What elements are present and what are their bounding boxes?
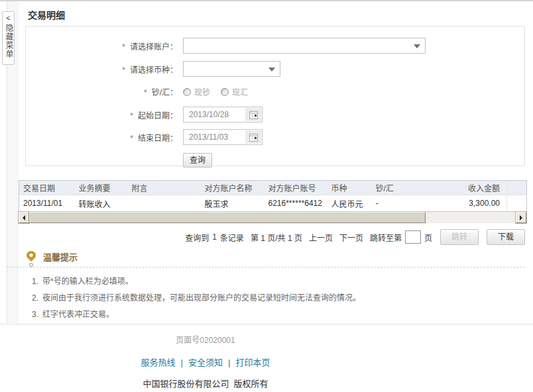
radio-button-icon: [221, 88, 229, 96]
page-title: 交易明细: [28, 8, 525, 21]
col-currency: 币种: [327, 181, 372, 195]
tips-list: 1.带*号的输入栏为必填项。 2.夜间由于我行须进行系统数据处理，可能出现部分账…: [19, 273, 525, 323]
cell-counterparty-account: 6216******6412: [265, 195, 327, 212]
required-mark: *: [144, 88, 147, 97]
required-mark: *: [130, 134, 133, 143]
radio-cash[interactable]: 现钞: [183, 86, 210, 97]
copyright-text: 中国银行股份有限公司 版权所有: [0, 377, 411, 389]
radio-remit[interactable]: 现汇: [221, 86, 248, 97]
end-date-input[interactable]: [184, 130, 245, 144]
link-separator: |: [228, 358, 230, 368]
end-date-label: *结束日期：: [26, 132, 178, 143]
currency-select[interactable]: 人民币元: [183, 61, 280, 77]
cash-remit-row: *钞/汇： 现钞 现汇: [26, 86, 524, 97]
col-cash-remit: 钞/汇: [372, 181, 425, 195]
jump-button[interactable]: 跳转: [440, 229, 479, 245]
main-content: 交易明细 *请选择账户： 长城电子借记卡 4563******2513 长城电子…: [19, 8, 533, 323]
cell-summary: 转账收入: [75, 195, 128, 212]
account-select[interactable]: 长城电子借记卡 4563******2513 长城电子借记卡 福建: [183, 38, 426, 54]
col-summary: 业务摘要: [75, 181, 128, 195]
cell-currency: 人民币元: [327, 195, 372, 212]
arrow-right-icon: [520, 215, 522, 220]
calendar-icon[interactable]: [245, 130, 261, 144]
tips-section: 温馨提示 1.带*号的输入栏为必填项。 2.夜间由于我行须进行系统数据处理，可能…: [19, 251, 525, 323]
scrollbar-track[interactable]: [426, 212, 516, 223]
required-mark: *: [130, 111, 133, 121]
link-separator: |: [181, 358, 183, 368]
required-mark: *: [122, 66, 125, 75]
service-hotline-link[interactable]: 服务热线: [141, 358, 176, 368]
end-date-row: *结束日期：: [26, 129, 524, 145]
cell-counterparty-name: 殷玉求: [201, 195, 265, 212]
col-counterparty-account: 对方账户账号: [265, 181, 327, 195]
query-button[interactable]: 查询: [183, 153, 212, 168]
col-counterparty-name: 对方账户名称: [201, 181, 265, 195]
radio-button-icon: [183, 88, 191, 96]
required-mark: *: [122, 42, 125, 52]
account-label: *请选择账户：: [26, 40, 178, 52]
account-row: *请选择账户： 长城电子借记卡 4563******2513 长城电子借记卡 福…: [26, 38, 524, 54]
tip-item: 1.带*号的输入栏为必填项。: [32, 273, 525, 290]
prev-page-link[interactable]: 上一页: [309, 232, 333, 243]
next-page-link[interactable]: 下一页: [339, 232, 363, 243]
query-form-panel: *请选择账户： 长城电子借记卡 4563******2513 长城电子借记卡 福…: [25, 26, 525, 166]
print-page-link[interactable]: 打印本页: [235, 358, 270, 368]
radio-cash-label: 现钞: [194, 86, 210, 97]
col-income-amount: 收入金额: [425, 181, 507, 195]
end-date-field: [183, 129, 263, 145]
cell-trade-date: 2013/11/01: [19, 195, 75, 212]
table-header-row: 交易日期 业务摘要 附言 对方账户名称 对方账户账号 币种 钞/汇 收入金额: [19, 181, 527, 195]
footer-links: 服务热线|安全须知|打印本页: [0, 356, 411, 368]
chevron-down-icon: [414, 44, 420, 48]
cell-income-amount: 3,300.00: [425, 195, 507, 212]
scroll-right-button[interactable]: [516, 212, 526, 223]
arrow-left-icon: [23, 215, 25, 220]
collapse-chevron-icon: <: [3, 13, 14, 23]
cell-cash-remit: -: [372, 195, 425, 212]
page-footer: 页面号02020001 服务热线|安全须知|打印本页 中国银行股份有限公司 版权…: [0, 324, 533, 392]
dashed-divider: [7, 267, 525, 268]
cell-remark: [128, 195, 201, 212]
cash-remit-label: *钞/汇：: [26, 86, 178, 97]
transactions-table: 交易日期 业务摘要 附言 对方账户名称 对方账户账号 币种 钞/汇 收入金额 2…: [19, 180, 527, 212]
start-date-input[interactable]: [184, 108, 245, 121]
chevron-down-icon: [268, 68, 275, 72]
radio-remit-label: 现汇: [232, 86, 248, 97]
result-summary-prefix: 查询到: [185, 232, 209, 243]
result-summary-suffix: 条记录: [220, 232, 244, 243]
record-count: 1: [212, 232, 217, 242]
currency-row: *请选择币种： 人民币元: [26, 61, 524, 77]
start-date-label: *起始日期：: [26, 109, 178, 121]
cash-remit-options: 现钞 现汇: [183, 86, 259, 97]
hide-menu-label: 隐藏菜单: [3, 24, 13, 58]
transaction-detail-page: < 隐藏菜单 交易明细 *请选择账户： 长城电子借记卡 4563******25…: [0, 0, 533, 392]
start-date-row: *起始日期：: [26, 107, 524, 122]
tip-item: 3.红字代表冲正交易。: [32, 307, 525, 323]
tip-item: 2.夜间由于我行须进行系统数据处理，可能出现部分账户的交易记录短时间无法查询的情…: [32, 290, 525, 307]
scrollbar-thumb[interactable]: [29, 212, 426, 223]
tips-title: 温馨提示: [19, 251, 525, 264]
table-row: 2013/11/01 转账收入 殷玉求 6216******6412 人民币元 …: [19, 195, 527, 212]
query-button-row: 查询: [26, 153, 524, 168]
currency-label: *请选择币种：: [26, 64, 178, 75]
col-trade-date: 交易日期: [19, 181, 75, 195]
page-info: 第 1 页/共 1 页: [251, 232, 302, 243]
cell-tail: [507, 195, 527, 212]
col-tail: [507, 181, 527, 195]
page-number: 页面号02020001: [0, 334, 411, 345]
start-date-field: [183, 107, 263, 122]
col-remark: 附言: [128, 181, 201, 195]
horizontal-scrollbar: [19, 212, 526, 223]
location-pin-icon: [26, 250, 36, 268]
calendar-icon[interactable]: [245, 108, 261, 121]
jump-label: 跳转至第: [370, 232, 402, 243]
jump-page-input[interactable]: [405, 230, 421, 244]
security-notice-link[interactable]: 安全须知: [188, 358, 223, 368]
pagination-bar: 查询到 1 条记录 第 1 页/共 1 页 上一页 下一页 跳转至第 页 跳转 …: [19, 229, 525, 245]
scroll-left-button[interactable]: [19, 212, 29, 223]
hide-menu-tab[interactable]: < 隐藏菜单: [2, 11, 15, 65]
download-button[interactable]: 下载: [487, 229, 525, 245]
jump-unit-label: 页: [424, 232, 432, 243]
